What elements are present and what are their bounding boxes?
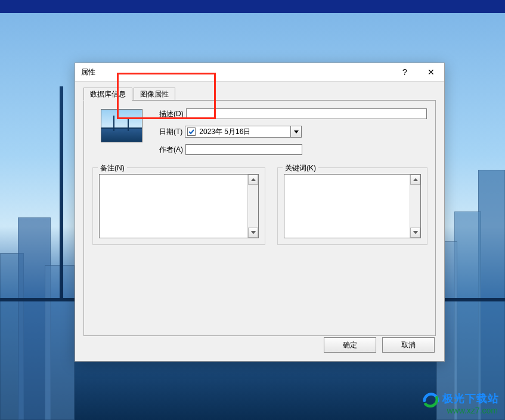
date-checkbox[interactable]: [187, 127, 196, 136]
cancel-button-label: 取消: [401, 340, 416, 350]
date-dropdown-button[interactable]: [290, 126, 301, 137]
help-icon: ?: [402, 63, 407, 81]
dialog-titlebar[interactable]: 属性 ? ✕: [75, 63, 444, 82]
description-input[interactable]: [186, 108, 427, 119]
description-label: 描述(D): [159, 108, 184, 120]
tab-database-info[interactable]: 数据库信息: [83, 88, 132, 101]
desktop-background: 极光下载站 www.xz7.com 属性 ? ✕ 数据库信息: [0, 0, 505, 420]
ok-button-label: 确定: [343, 340, 357, 350]
dialog-client-area: 数据库信息 图像属性 描述(D): [75, 81, 444, 361]
bg-building: [478, 170, 505, 420]
scroll-down-button[interactable]: [248, 228, 258, 238]
notes-textarea[interactable]: [100, 175, 247, 238]
help-button[interactable]: ?: [392, 63, 418, 81]
image-thumbnail: [101, 109, 142, 142]
tab-strip: 数据库信息 图像属性: [83, 87, 436, 100]
close-button[interactable]: ✕: [418, 63, 444, 81]
keywords-legend: 关键词(K): [283, 163, 318, 173]
date-value: 2023年 5月16日: [198, 126, 290, 138]
dialog-button-row: 确定 取消: [324, 337, 435, 353]
tab-label: 图像属性: [140, 90, 169, 98]
bg-building: [454, 211, 481, 420]
scroll-down-button[interactable]: [410, 228, 420, 238]
chevron-down-icon: [294, 130, 299, 133]
tab-image-properties[interactable]: 图像属性: [134, 88, 175, 101]
dialog-title: 属性: [81, 68, 95, 76]
author-input[interactable]: [185, 144, 302, 155]
keywords-textarea[interactable]: [284, 175, 410, 238]
scroll-up-button[interactable]: [248, 175, 258, 185]
notes-groupbox: 备注(N): [92, 167, 265, 245]
check-icon: [188, 129, 194, 135]
chevron-down-icon: [413, 231, 418, 234]
keywords-scrollbar[interactable]: [410, 175, 420, 238]
date-label: 日期(T): [159, 126, 182, 138]
tab-panel: 描述(D) 日期(T) 2023年 5月16日: [83, 100, 436, 336]
date-picker[interactable]: 2023年 5月16日: [185, 126, 302, 138]
author-label: 作者(A): [159, 144, 183, 155]
close-icon: ✕: [427, 63, 435, 81]
notes-scrollbar[interactable]: [247, 175, 258, 238]
bg-bridge-pylon: [60, 86, 63, 301]
scroll-up-button[interactable]: [410, 175, 420, 185]
chevron-down-icon: [251, 231, 256, 234]
chevron-up-icon: [251, 178, 256, 181]
cancel-button[interactable]: 取消: [382, 337, 435, 353]
chevron-up-icon: [413, 178, 418, 181]
notes-legend: 备注(N): [98, 163, 127, 173]
properties-dialog: 属性 ? ✕ 数据库信息 图像属性: [75, 63, 445, 362]
keywords-groupbox: 关键词(K): [277, 167, 427, 245]
ok-button[interactable]: 确定: [324, 337, 376, 353]
tab-label: 数据库信息: [90, 90, 126, 98]
